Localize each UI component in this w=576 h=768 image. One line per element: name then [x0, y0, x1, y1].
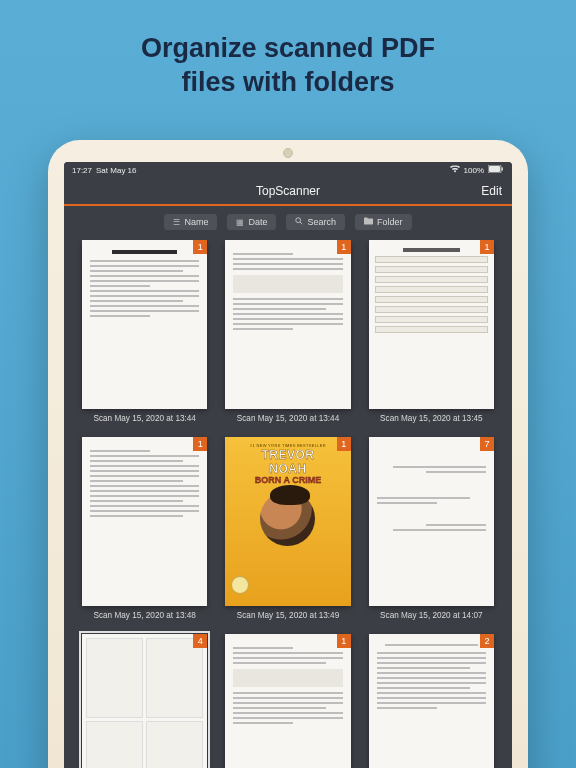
document-item[interactable]: 4 Scan May 15, 2020 at 14:07: [82, 634, 207, 768]
document-caption: Scan May 15, 2020 at 13:44: [93, 414, 195, 423]
page-count-badge: 2: [480, 634, 494, 648]
calendar-icon: ▦: [236, 218, 244, 227]
document-thumbnail: 1: [225, 240, 350, 409]
search-label: Search: [307, 217, 336, 227]
filter-bar: ☰ Name ▦ Date Search Folder: [64, 206, 512, 240]
wifi-icon: [450, 165, 460, 175]
sort-date-label: Date: [248, 217, 267, 227]
page-count-badge: 7: [480, 437, 494, 451]
folder-icon: [364, 217, 373, 227]
document-thumbnail: 1: [225, 634, 350, 768]
svg-line-4: [301, 222, 303, 224]
status-battery: 100%: [464, 166, 484, 175]
document-item[interactable]: 1 Scan May 15, 2020 at 13:44: [225, 240, 350, 423]
document-item[interactable]: 7 Scan May 15, 2020 at 14:07: [369, 437, 494, 620]
document-thumbnail: 2: [369, 634, 494, 768]
page-count-badge: 1: [193, 240, 207, 254]
document-thumbnail: #1 NEW YORK TIMES BESTSELLER TREVOR NOAH…: [225, 437, 350, 606]
folder-button[interactable]: Folder: [355, 214, 412, 230]
document-item[interactable]: 1 Scan May 15, 2020 at 14:07: [225, 634, 350, 768]
svg-rect-2: [502, 167, 503, 170]
document-caption: Scan May 15, 2020 at 13:49: [237, 611, 339, 620]
document-caption: Scan May 15, 2020 at 13:45: [380, 414, 482, 423]
page-count-badge: 4: [193, 634, 207, 648]
document-caption: Scan May 15, 2020 at 13:48: [93, 611, 195, 620]
svg-rect-1: [489, 166, 500, 172]
promo-headline: Organize scanned PDF files with folders: [0, 0, 576, 100]
book-medal-icon: [231, 576, 249, 594]
document-thumbnail: 7: [369, 437, 494, 606]
promo-headline-line2: files with folders: [0, 66, 576, 100]
documents-grid: 1 Scan May 15, 2020 at 13:44 1 Scan May …: [64, 240, 512, 768]
page-count-badge: 1: [337, 437, 351, 451]
folder-label: Folder: [377, 217, 403, 227]
sort-date-button[interactable]: ▦ Date: [227, 214, 276, 230]
search-icon: [295, 217, 303, 227]
list-icon: ☰: [173, 218, 180, 227]
book-portrait: [260, 491, 315, 546]
document-thumbnail: 1: [82, 437, 207, 606]
page-count-badge: 1: [193, 437, 207, 451]
document-caption: Scan May 15, 2020 at 14:07: [380, 611, 482, 620]
document-item[interactable]: #1 NEW YORK TIMES BESTSELLER TREVOR NOAH…: [225, 437, 350, 620]
status-bar: 17:27 Sat May 16 100%: [64, 162, 512, 178]
promo-headline-line1: Organize scanned PDF: [0, 32, 576, 66]
book-author-line2: NOAH: [269, 464, 306, 475]
svg-point-3: [296, 218, 301, 223]
page-count-badge: 1: [337, 634, 351, 648]
document-item[interactable]: 1 Scan May 15, 2020 at 13:48: [82, 437, 207, 620]
document-thumbnail: 4: [82, 634, 207, 768]
document-item[interactable]: 1 Scan May 15, 2020 at 13:45: [369, 240, 494, 423]
edit-button[interactable]: Edit: [481, 184, 502, 198]
document-thumbnail: 1: [369, 240, 494, 409]
document-caption: Scan May 15, 2020 at 13:44: [237, 414, 339, 423]
device-frame: 17:27 Sat May 16 100% TopScanner Edit ☰: [48, 140, 528, 768]
document-thumbnail: 1: [82, 240, 207, 409]
device-home-button: [283, 148, 293, 158]
app-title: TopScanner: [256, 184, 320, 198]
app-screen: 17:27 Sat May 16 100% TopScanner Edit ☰: [64, 162, 512, 768]
sort-name-label: Name: [184, 217, 208, 227]
page-count-badge: 1: [337, 240, 351, 254]
sort-name-button[interactable]: ☰ Name: [164, 214, 217, 230]
battery-icon: [488, 165, 504, 175]
status-time: 17:27: [72, 166, 92, 175]
search-button[interactable]: Search: [286, 214, 345, 230]
status-date: Sat May 16: [96, 166, 136, 175]
nav-bar: TopScanner Edit: [64, 178, 512, 206]
book-title: BORN A CRIME: [255, 476, 321, 485]
book-author-line1: TREVOR: [261, 450, 314, 461]
page-count-badge: 1: [480, 240, 494, 254]
document-item[interactable]: 2 Scan May 15, 2020 at 14:07: [369, 634, 494, 768]
document-item[interactable]: 1 Scan May 15, 2020 at 13:44: [82, 240, 207, 423]
